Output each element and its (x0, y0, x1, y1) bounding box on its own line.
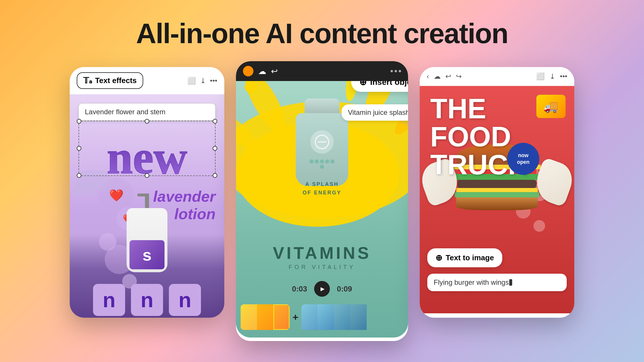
filmstrip-group-2 (301, 304, 403, 330)
input-value: Lavender flower and stem (85, 108, 165, 116)
back-icon[interactable]: ‹ (427, 72, 429, 80)
left-phone-toolbar: 𝕋ₐ Text effects ⬜ ⤓ ••• (70, 67, 224, 94)
lotion-letter: s (142, 245, 151, 264)
middle-phone-toolbar: ☁ ↩ (236, 61, 408, 81)
middle-phone-content: ⊕ Insert objects Vitamin juice splash (236, 81, 408, 338)
copy-icon-right[interactable]: ⬜ (536, 72, 545, 80)
flying-burger-label: Flying burger with wings (434, 278, 509, 287)
more-icon[interactable]: ••• (210, 77, 217, 85)
right-phone-content: THEFOODTRUCK 🚚 now open (420, 86, 574, 313)
flying-burger-badge[interactable]: Flying burger with wings (427, 274, 567, 291)
text-to-image-icon: ⊕ (435, 253, 442, 263)
phones-container: 𝕋ₐ Text effects ⬜ ⤓ ••• Lavender flower … (70, 61, 574, 341)
text-effects-label: Text effects (95, 76, 137, 85)
filmstrip: + (241, 303, 403, 332)
text-effects-badge[interactable]: 𝕋ₐ Text effects (77, 72, 143, 89)
vitamins-subtitle: FOR VITALITY (236, 264, 408, 270)
text-effects-input[interactable]: Lavender flower and stem (78, 103, 216, 121)
svg-point-8 (245, 81, 256, 93)
phone-middle: ☁ ↩ ⊕ Insert objects Vitamin juice splas… (236, 61, 408, 341)
time-end: 0:09 (337, 284, 352, 294)
orange-dot (243, 66, 253, 76)
splash-text: A SPLASHOF ENERGY (302, 180, 341, 197)
vitamin-juice-label: Vitamin juice splash (348, 108, 408, 116)
toolbar-dots (391, 70, 401, 72)
svg-point-3 (237, 81, 293, 138)
insert-icon: ⊕ (359, 81, 367, 87)
undo-icon-right: ↩ (445, 72, 451, 80)
vitamins-label: VITAMINS FOR VITALITY (236, 243, 408, 270)
page-title: All-in-one AI content creation (136, 17, 508, 50)
video-controls: 0:03 ▶ 0:09 (236, 281, 408, 297)
cloud-decoration-2 (73, 182, 96, 196)
text-to-image-badge[interactable]: ⊕ Text to image (427, 248, 502, 267)
char-sample-2: n (131, 284, 163, 316)
cloud-icon: ☁ (258, 66, 266, 76)
phone-left: 𝕋ₐ Text effects ⬜ ⤓ ••• Lavender flower … (70, 67, 224, 318)
svg-point-4 (236, 107, 262, 154)
play-button[interactable]: ▶ (314, 281, 330, 297)
phone-right: ‹ ☁ ↩ ↪ ⬜ ⤓ ••• THEFOODTRUCK 🚚 (420, 67, 574, 318)
insert-objects-label: Insert objects (370, 81, 408, 87)
download-icon-right[interactable]: ⤓ (550, 72, 555, 80)
now-open-badge: now open (507, 143, 539, 175)
toolbar-actions: ⬜ ⤓ ••• (187, 77, 217, 85)
text-to-image-label: Text to image (446, 253, 494, 262)
redo-icon-right: ↪ (456, 72, 462, 80)
more-icon-right[interactable]: ••• (560, 72, 567, 80)
download-icon[interactable]: ⤓ (200, 77, 206, 85)
insert-objects-badge[interactable]: ⊕ Insert objects (351, 81, 408, 92)
left-phone-content: Lavender flower and stem new new (70, 94, 224, 318)
text-effects-icon: 𝕋ₐ (83, 76, 92, 85)
vitamin-bottle (296, 99, 348, 186)
time-start: 0:03 (292, 284, 307, 294)
char-sample-1: n (93, 284, 125, 316)
vitamins-title: VITAMINS (236, 243, 408, 263)
plus-separator: + (293, 312, 298, 323)
vitamin-juice-badge[interactable]: Vitamin juice splash (342, 104, 408, 121)
char-samples: n n n (76, 284, 218, 316)
undo-icon: ↩ (271, 66, 278, 76)
char-sample-3: n (169, 284, 201, 316)
filmstrip-group-1 (241, 304, 290, 330)
right-phone-toolbar: ‹ ☁ ↩ ↪ ⬜ ⤓ ••• (420, 67, 574, 86)
cloud-icon-right: ☁ (434, 72, 441, 80)
food-truck-icon: 🚚 (536, 95, 566, 118)
copy-icon[interactable]: ⬜ (187, 77, 196, 85)
